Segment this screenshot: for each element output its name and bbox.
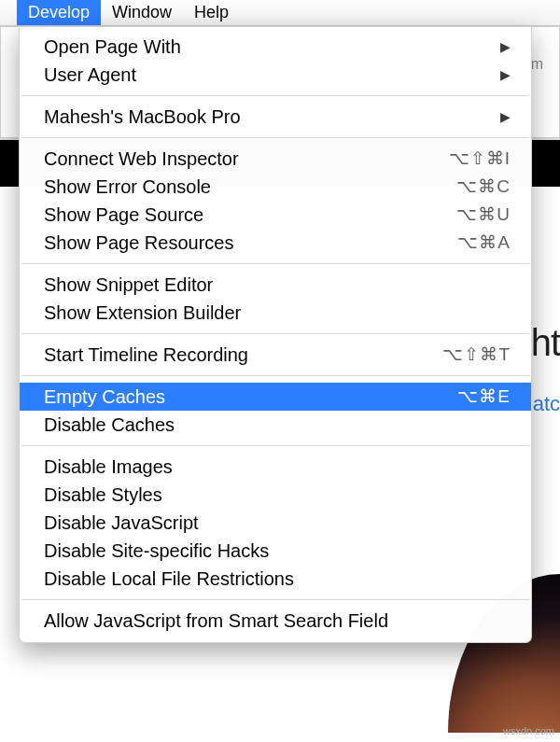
menu-item-label: Disable Caches [44, 411, 511, 439]
menu-separator [21, 445, 529, 446]
menu-separator [21, 95, 529, 96]
menu-disable-local-restrictions[interactable]: Disable Local File Restrictions [20, 565, 531, 593]
menu-item-label: Show Snippet Editor [44, 271, 511, 299]
menu-item-label: Mahesh's MacBook Pro [44, 103, 489, 131]
menu-disable-site-hacks[interactable]: Disable Site-specific Hacks [20, 537, 531, 565]
menu-item-label: Allow JavaScript from Smart Search Field [44, 607, 511, 635]
menu-item-label: Show Page Source [44, 201, 445, 229]
menubar-help[interactable]: Help [183, 0, 240, 25]
menu-device[interactable]: Mahesh's MacBook Pro ▶ [20, 103, 531, 131]
menu-item-label: User Agent [44, 61, 489, 89]
menu-show-page-source[interactable]: Show Page Source ⌥⌘U [20, 201, 531, 229]
submenu-arrow-icon: ▶ [500, 33, 511, 61]
menu-item-shortcut: ⌥⇧⌘T [442, 341, 511, 369]
menu-separator [21, 263, 529, 264]
menu-item-shortcut: ⌥⌘E [457, 383, 511, 411]
develop-menu: Open Page With ▶ User Agent ▶ Mahesh's M… [19, 26, 532, 643]
menubar: Develop Window Help [0, 0, 560, 26]
menu-item-shortcut: ⌥⌘A [457, 229, 511, 257]
menu-separator [21, 375, 529, 376]
menu-item-label: Disable Site-specific Hacks [44, 537, 511, 565]
page-link-fragment: atc [533, 392, 560, 416]
menu-item-label: Disable Images [44, 453, 511, 481]
menu-item-label: Disable JavaScript [44, 509, 511, 537]
menu-item-label: Disable Styles [44, 481, 511, 509]
watermark: wsxdn.com [503, 725, 554, 736]
menu-disable-images[interactable]: Disable Images [20, 453, 531, 481]
menu-open-page-with[interactable]: Open Page With ▶ [20, 33, 531, 61]
menu-item-label: Empty Caches [44, 383, 446, 411]
menu-separator [21, 599, 529, 600]
submenu-arrow-icon: ▶ [500, 103, 511, 131]
menu-show-error-console[interactable]: Show Error Console ⌥⌘C [20, 173, 531, 201]
page-heading-fragment: ht [531, 322, 560, 364]
menu-disable-caches[interactable]: Disable Caches [20, 411, 531, 439]
menu-item-label: Show Extension Builder [44, 299, 511, 327]
menu-disable-javascript[interactable]: Disable JavaScript [20, 509, 531, 537]
menu-item-shortcut: ⌥⇧⌘I [449, 145, 511, 173]
menu-item-label: Show Page Resources [44, 229, 446, 257]
submenu-arrow-icon: ▶ [500, 61, 511, 89]
menu-item-shortcut: ⌥⌘C [456, 173, 511, 201]
menu-item-label: Show Error Console [44, 173, 445, 201]
menu-item-label: Start Timeline Recording [44, 341, 431, 369]
menu-show-extension-builder[interactable]: Show Extension Builder [20, 299, 531, 327]
menu-connect-web-inspector[interactable]: Connect Web Inspector ⌥⇧⌘I [20, 145, 531, 173]
menubar-window[interactable]: Window [101, 0, 183, 25]
menu-separator [21, 137, 529, 138]
menu-separator [21, 333, 529, 334]
menu-item-label: Disable Local File Restrictions [44, 565, 511, 593]
menu-show-snippet-editor[interactable]: Show Snippet Editor [20, 271, 531, 299]
menu-item-label: Connect Web Inspector [44, 145, 438, 173]
menu-item-label: Open Page With [44, 33, 489, 61]
menu-empty-caches[interactable]: Empty Caches ⌥⌘E [20, 383, 531, 411]
menu-start-timeline-recording[interactable]: Start Timeline Recording ⌥⇧⌘T [20, 341, 531, 369]
menu-user-agent[interactable]: User Agent ▶ [20, 61, 531, 89]
menu-disable-styles[interactable]: Disable Styles [20, 481, 531, 509]
menu-allow-js-smart-search[interactable]: Allow JavaScript from Smart Search Field [20, 607, 531, 635]
menubar-develop[interactable]: Develop [17, 0, 101, 25]
menu-show-page-resources[interactable]: Show Page Resources ⌥⌘A [20, 229, 531, 257]
menu-item-shortcut: ⌥⌘U [456, 201, 511, 229]
